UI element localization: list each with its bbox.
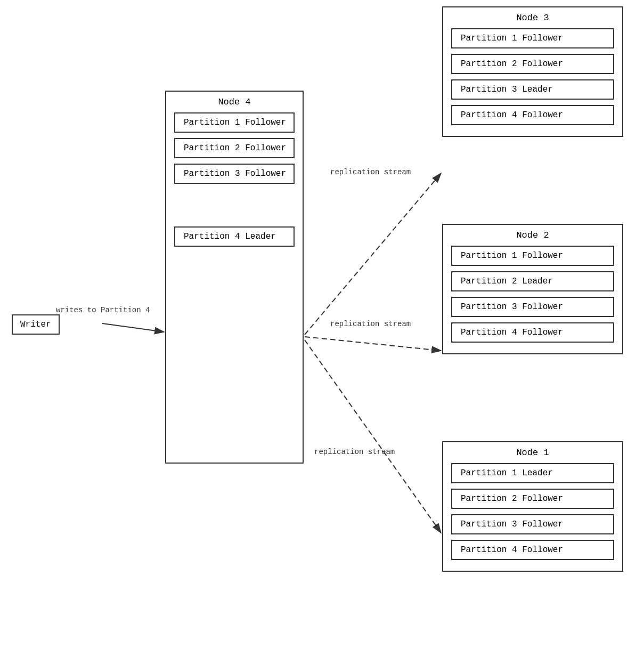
writer-box: Writer [12,314,60,335]
node1-box: Node 1 Partition 1 Leader Partition 2 Fo… [442,441,623,572]
replication-label-2: replication stream [330,320,411,328]
node1-partition-2: Partition 2 Follower [451,489,614,509]
node4-title: Node 4 [174,97,295,107]
node3-box: Node 3 Partition 1 Follower Partition 2 … [442,6,623,137]
replication-label-1: replication stream [330,168,411,176]
node4-partition-4: Partition 4 Leader [174,226,295,247]
node3-partition-3: Partition 3 Leader [451,79,614,100]
node4-box: Node 4 Partition 1 Follower Partition 2 … [165,91,304,464]
node1-title: Node 1 [451,448,614,458]
node1-partition-4: Partition 4 Follower [451,540,614,560]
node1-partition-1: Partition 1 Leader [451,463,614,483]
node3-title: Node 3 [451,13,614,23]
diagram-container: Writer Node 4 Partition 1 Follower Parti… [0,0,644,665]
node3-partition-4: Partition 4 Follower [451,105,614,125]
writer-to-node4-arrow [102,323,164,332]
node1-partition-3: Partition 3 Follower [451,514,614,534]
node4-partition-3: Partition 3 Follower [174,164,295,184]
node2-partition-1: Partition 1 Follower [451,246,614,266]
node2-partition-3: Partition 3 Follower [451,297,614,317]
writes-to-label: writes to Partition 4 [56,306,150,314]
node3-partition-2: Partition 2 Follower [451,54,614,74]
node2-partition-2: Partition 2 Leader [451,271,614,291]
writer-label: Writer [20,320,51,329]
node2-title: Node 2 [451,230,614,240]
replication-to-node2-arrow [305,337,441,351]
node2-box: Node 2 Partition 1 Follower Partition 2 … [442,224,623,354]
replication-to-node3-arrow [305,173,441,335]
node4-partition-1: Partition 1 Follower [174,112,295,133]
node2-partition-4: Partition 4 Follower [451,322,614,343]
replication-to-node1-arrow [305,340,441,533]
node4-partition-2: Partition 2 Follower [174,138,295,158]
replication-label-3: replication stream [314,448,395,456]
node3-partition-1: Partition 1 Follower [451,28,614,48]
